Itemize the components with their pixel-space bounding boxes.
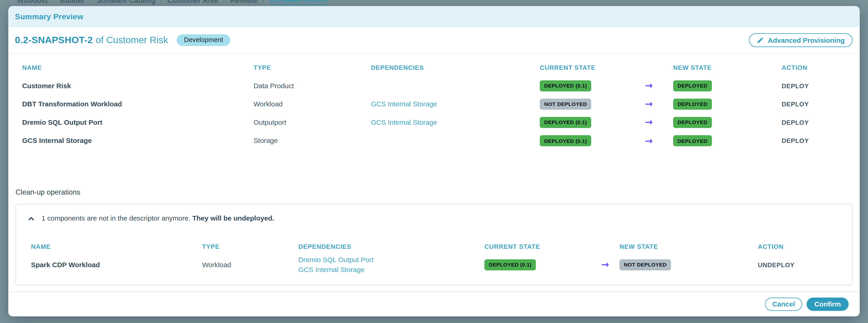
state-transition-arrow-icon: → xyxy=(645,81,673,90)
release-title: 0.2-SNAPSHOT-2 of Customer Risk xyxy=(15,35,168,46)
breadcrumb-item-current[interactable]: 0.2-SNAPSHOT-2 xyxy=(269,0,328,5)
cleanup-summary-text: 1 components are not in the descriptor a… xyxy=(41,214,274,223)
dependency-link[interactable]: Dremio SQL Output Port xyxy=(298,256,373,264)
advanced-provisioning-button[interactable]: Advanced Provisioning xyxy=(749,33,852,47)
current-state-badge: DEPLOYED (0.1) xyxy=(540,80,591,91)
col-new-state: NEW STATE xyxy=(673,64,782,71)
new-state-badge: DEPLOYED xyxy=(673,80,712,91)
release-product-name: Customer Risk xyxy=(106,35,168,46)
cleanup-summary-bold: They will be undeployed. xyxy=(192,214,274,222)
col-current-state: CURRENT STATE xyxy=(540,64,645,71)
current-state-badge: DEPLOYED (0.1) xyxy=(484,259,536,270)
component-name: Dremio SQL Output Port xyxy=(22,119,253,126)
release-title-row: 0.2-SNAPSHOT-2 of Customer Risk Developm… xyxy=(8,27,860,54)
action-label: DEPLOY xyxy=(782,138,860,144)
component-type: Storage xyxy=(254,137,371,145)
component-name: Spark CDP Workload xyxy=(31,261,202,269)
cleanup-panel: 1 components are not in the descriptor a… xyxy=(16,204,852,285)
state-transition-arrow-icon: → xyxy=(645,99,673,109)
release-of-label: of xyxy=(96,35,103,46)
component-type: Workload xyxy=(202,261,298,269)
state-transition-arrow-icon: → xyxy=(645,136,673,146)
component-type: Outputport xyxy=(254,119,371,126)
action-label: DEPLOY xyxy=(782,119,860,126)
dependency-link[interactable]: GCS Internal Storage xyxy=(371,100,437,108)
breadcrumb-separator: / xyxy=(53,0,55,4)
current-state-badge: DEPLOYED (0.1) xyxy=(540,135,591,146)
dialog-header: Summary Preview xyxy=(8,6,860,27)
components-table: NAME TYPE DEPENDENCIES CURRENT STATE NEW… xyxy=(8,54,860,150)
component-name: GCS Internal Storage xyxy=(22,137,253,145)
current-state-badge: NOT DEPLOYED xyxy=(540,98,591,110)
col-type: TYPE xyxy=(202,243,298,250)
cleanup-section-title: Clean-up operations xyxy=(16,187,860,197)
table-row: GCS Internal Storage Storage DEPLOYED (0… xyxy=(22,131,860,150)
col-name: NAME xyxy=(31,243,202,250)
breadcrumb-item[interactable]: Customer Risk xyxy=(167,0,218,4)
action-label: UNDEPLOY xyxy=(758,261,852,268)
state-transition-arrow-icon: → xyxy=(645,118,673,127)
component-name: DBT Transformation Workload xyxy=(22,100,253,108)
table-row: DBT Transformation Workload Workload GCS… xyxy=(22,95,860,113)
dialog-footer: Cancel Confirm xyxy=(8,291,860,316)
release-version: 0.2-SNAPSHOT-2 xyxy=(15,35,93,46)
col-dependencies: DEPENDENCIES xyxy=(371,64,540,71)
breadcrumb-item[interactable]: Witboost xyxy=(17,0,48,4)
cleanup-table: NAME TYPE DEPENDENCIES CURRENT STATE NEW… xyxy=(16,240,852,274)
cleanup-table-header: NAME TYPE DEPENDENCIES CURRENT STATE NEW… xyxy=(31,240,852,253)
dependency-link[interactable]: GCS Internal Storage xyxy=(371,119,437,126)
breadcrumb-item[interactable]: Release xyxy=(230,0,257,4)
state-transition-arrow-icon: → xyxy=(601,260,619,269)
col-dependencies: DEPENDENCIES xyxy=(298,243,484,250)
pencil-icon xyxy=(757,36,764,43)
cancel-button[interactable]: Cancel xyxy=(765,297,802,311)
chevron-up-icon xyxy=(28,215,35,222)
component-name: Customer Risk xyxy=(22,82,253,90)
dialog-title: Summary Preview xyxy=(15,12,83,21)
breadcrumb-separator: / xyxy=(160,0,162,4)
new-state-badge: DEPLOYED xyxy=(673,117,712,128)
advanced-provisioning-label: Advanced Provisioning xyxy=(768,36,845,44)
table-row: Spark CDP Workload Workload Dremio SQL O… xyxy=(31,256,852,274)
breadcrumb-separator: / xyxy=(90,0,92,4)
col-new-state: NEW STATE xyxy=(619,243,758,250)
col-action: ACTION xyxy=(782,64,860,71)
summary-preview-dialog: Summary Preview 0.2-SNAPSHOT-2 of Custom… xyxy=(8,6,860,317)
component-type: Data Product xyxy=(254,82,371,90)
col-type: TYPE xyxy=(254,64,371,71)
dependency-link[interactable]: GCS Internal Storage xyxy=(298,266,365,274)
component-type: Workload xyxy=(254,100,371,108)
new-state-badge: DEPLOYED xyxy=(673,98,712,110)
breadcrumb-separator: / xyxy=(262,0,265,4)
collapse-toggle-button[interactable] xyxy=(28,215,35,222)
action-label: DEPLOY xyxy=(782,82,860,89)
new-state-badge: NOT DEPLOYED xyxy=(619,259,671,270)
current-state-badge: DEPLOYED (0.1) xyxy=(540,117,591,128)
col-name: NAME xyxy=(22,64,253,71)
col-action: ACTION xyxy=(758,243,852,250)
confirm-button[interactable]: Confirm xyxy=(806,297,848,311)
new-state-badge: DEPLOYED xyxy=(673,135,712,146)
components-table-header: NAME TYPE DEPENDENCIES CURRENT STATE NEW… xyxy=(22,62,860,74)
cleanup-summary-row: 1 components are not in the descriptor a… xyxy=(16,204,852,223)
breadcrumb: Witboost / Builder / Software Catalog / … xyxy=(0,0,868,5)
table-row: Customer Risk Data Product DEPLOYED (0.1… xyxy=(22,77,860,95)
breadcrumb-item[interactable]: Builder xyxy=(60,0,85,4)
breadcrumb-separator: / xyxy=(223,0,225,4)
environment-badge: Development xyxy=(177,34,230,46)
breadcrumb-item[interactable]: Software Catalog xyxy=(97,0,155,4)
screen: Witboost / Builder / Software Catalog / … xyxy=(0,0,868,323)
action-label: DEPLOY xyxy=(782,100,860,107)
col-current-state: CURRENT STATE xyxy=(484,243,601,250)
table-row: Dremio SQL Output Port Outputport GCS In… xyxy=(22,113,860,131)
